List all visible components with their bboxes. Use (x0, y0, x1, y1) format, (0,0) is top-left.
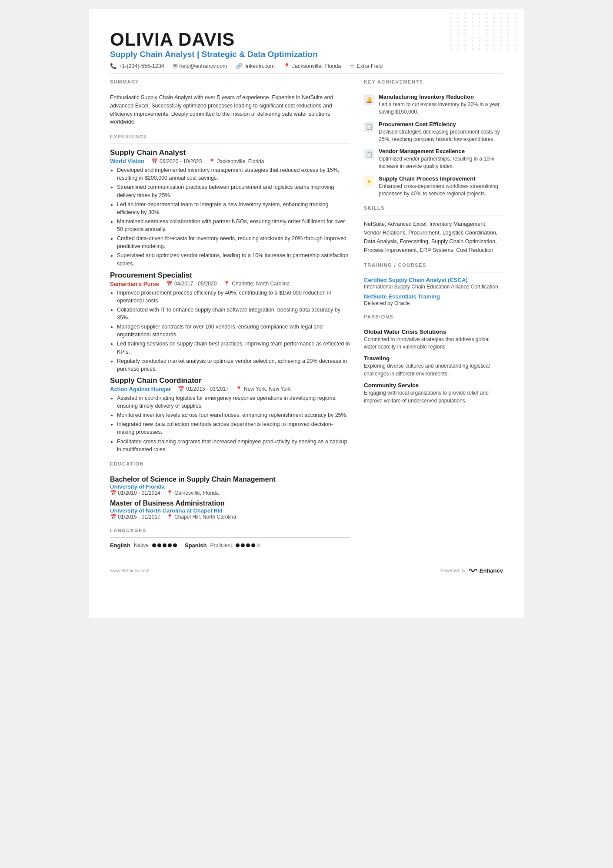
training-divider (364, 272, 503, 272)
language-dot (236, 543, 240, 547)
experience-bullet: Maintained seamless collaboration with p… (117, 218, 350, 233)
passion-item: Community Service Engaging with local or… (364, 382, 503, 405)
language-level: Native (134, 542, 149, 548)
location-icon: 📍 (283, 63, 290, 69)
footer-website: www.enhancv.com (110, 568, 150, 573)
language-dot (257, 543, 260, 547)
exp-bullets: Developed and implemented inventory mana… (117, 166, 350, 268)
exp-title: Supply Chain Analyst (110, 148, 350, 157)
summary-text: Enthusiastic Supply Chain Analyst with o… (110, 94, 350, 126)
education-section-header: EDUCATION (110, 461, 350, 466)
phone-contact: 📞 +1-(234)-555-1234 (110, 63, 164, 69)
edu-meta: University of North Carolina at Chapel H… (110, 507, 350, 514)
experience-bullet: Facilitated cross-training programs that… (117, 438, 350, 453)
email-contact: ✉ help@enhancv.com (173, 63, 227, 69)
achievement-content: Procurement Cost Efficiency Devised stra… (379, 121, 503, 143)
experience-bullet: Led an inter-departmental team to integr… (117, 201, 350, 216)
exp-date: 📅 01/2015 - 03/2017 (178, 386, 228, 392)
edu-degree: Bachelor of Science in Supply Chain Mana… (110, 476, 350, 483)
achievement-content: Manufacturing Inventory Reduction Led a … (379, 94, 503, 116)
calendar-icon: 📅 (178, 386, 184, 392)
edu-meta: University of Florida (110, 483, 350, 490)
exp-title: Supply Chain Coordinator (110, 376, 350, 385)
enhancv-logo: Enhancv (468, 567, 503, 574)
main-columns: SUMMARY Enthusiastic Supply Chain Analys… (110, 79, 503, 549)
language-dot (152, 543, 156, 547)
edu-meta2: 📅 01/2015 - 01/2017 📍 Chapel Hill, North… (110, 514, 350, 520)
edu-date: 📅 01/2010 - 01/2014 (110, 490, 160, 496)
achievements-section-header: KEY ACHIEVEMENTS (364, 79, 503, 84)
achievement-content: Supply Chain Process Improvement Enhance… (379, 175, 503, 198)
education-item: Bachelor of Science in Supply Chain Mana… (110, 476, 350, 496)
exp-date: 📅 06/2020 - 10/2023 (151, 158, 202, 164)
language-dot (173, 543, 177, 547)
language-dot (168, 543, 172, 547)
passion-title: Community Service (364, 382, 503, 389)
powered-by-text: Powered by (440, 568, 466, 573)
edu-location: 📍 Gainesville, Florida (167, 490, 219, 496)
edu-org: University of North Carolina at Chapel H… (110, 507, 223, 514)
link-icon: 🔗 (236, 63, 243, 69)
achievement-content: Vendor Management Excellence Optimized v… (379, 148, 503, 170)
training-title: NetSuite Essentials Training (364, 293, 503, 300)
training-title: Certified Supply Chain Analyst (CSCA) (364, 277, 503, 283)
passion-desc: Engaging with local organizations to pro… (364, 389, 503, 405)
edu-meta2: 📅 01/2010 - 01/2014 📍 Gainesville, Flori… (110, 490, 350, 496)
exp-location: 📍 New York, New York (236, 386, 291, 392)
achievement-item: 🔔 Manufacturing Inventory Reduction Led … (364, 94, 503, 116)
summary-divider (110, 89, 350, 89)
edu-org: University of Florida (110, 483, 165, 490)
calendar-icon: 📅 (166, 281, 173, 287)
training-sub: International Supply Chain Education All… (364, 284, 503, 290)
passion-title: Traveling (364, 355, 503, 362)
exp-meta: Samaritan's Purse 📅 04/2017 - 05/2020 📍 … (110, 281, 350, 287)
phone-icon: 📞 (110, 63, 117, 69)
footer-right: Powered by Enhancv (440, 567, 503, 574)
extra-contact: ☆ Extra Field (350, 63, 383, 69)
training-section-header: TRAINING / COURSES (364, 262, 503, 268)
email-icon: ✉ (173, 63, 178, 69)
candidate-title: Supply Chain Analyst | Strategic & Data … (110, 50, 503, 59)
language-dot (246, 543, 250, 547)
achievement-item: ★ Supply Chain Process Improvement Enhan… (364, 175, 503, 198)
achievements-divider (364, 89, 503, 89)
header-divider (110, 74, 503, 74)
exp-bullets: Improved procurement process efficiency … (117, 289, 350, 373)
achievement-title: Vendor Management Excellence (379, 148, 503, 154)
languages-section-header: LANGUAGES (110, 528, 350, 533)
experience-section-header: EXPERIENCE (110, 134, 350, 139)
language-level: Proficient (210, 542, 232, 548)
footer: www.enhancv.com Powered by Enhancv (110, 562, 503, 574)
education-list: Bachelor of Science in Supply Chain Mana… (110, 476, 350, 520)
training-item: NetSuite Essentials Training Delivered b… (364, 293, 503, 306)
loc-icon: 📍 (167, 490, 173, 496)
experience-bullet: Integrated new data collection methods a… (117, 420, 350, 436)
achievement-icon: ★ (364, 176, 374, 187)
language-dot (241, 543, 245, 547)
education-item: Master of Business Administration Univer… (110, 499, 350, 520)
passions-section-header: PASSIONS (364, 314, 503, 319)
achievement-icon: 🔔 (364, 94, 374, 105)
experience-bullet: Improved procurement process efficiency … (117, 289, 350, 305)
left-column: SUMMARY Enthusiastic Supply Chain Analys… (110, 79, 350, 549)
achievement-icon: 📋 (364, 149, 374, 159)
exp-org: Samaritan's Purse (110, 281, 159, 287)
experience-bullet: Developed and implemented inventory mana… (117, 166, 350, 182)
achievement-desc: Devised strategies decreasing procuremen… (379, 128, 503, 143)
achievement-item: 📋 Procurement Cost Efficiency Devised st… (364, 121, 503, 143)
loc-icon: 📍 (167, 514, 173, 520)
cal-icon: 📅 (110, 514, 117, 520)
experience-bullet: Supervised and optimized vendor relation… (117, 251, 350, 267)
right-column: KEY ACHIEVEMENTS 🔔 Manufacturing Invento… (364, 79, 503, 549)
exp-meta: Action Against Hunger 📅 01/2015 - 03/201… (110, 386, 350, 392)
education-divider (110, 471, 350, 471)
passion-desc: Exploring diverse cultures and understan… (364, 362, 503, 378)
cal-icon: 📅 (110, 490, 117, 496)
calendar-icon: 📅 (151, 158, 158, 164)
header: OLIVIA DAVIS Supply Chain Analyst | Stra… (110, 30, 503, 69)
language-dots (236, 543, 260, 547)
exp-org: Action Against Hunger (110, 386, 171, 392)
language-item: Spanish Proficient (185, 542, 260, 549)
passion-desc: Committed to innovative strategies that … (364, 336, 503, 351)
achievement-desc: Optimized vendor partnerships, resulting… (379, 155, 503, 170)
